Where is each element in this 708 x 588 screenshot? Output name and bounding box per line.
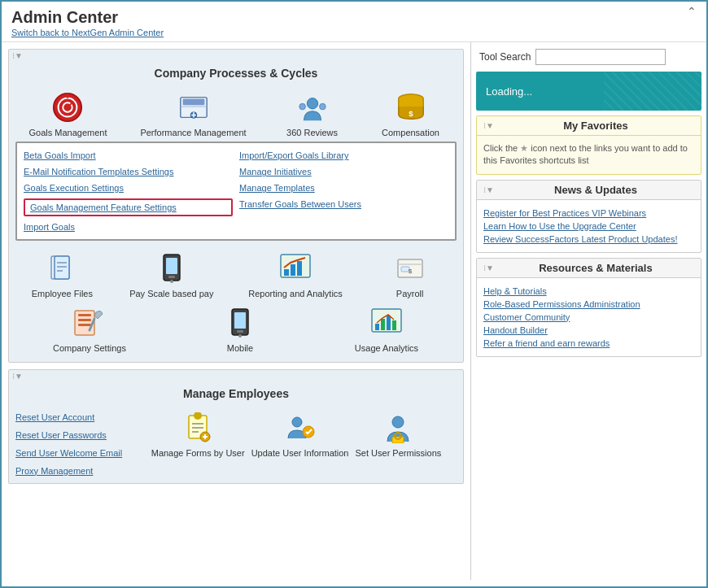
- set-permissions-icon-item[interactable]: Set User Permissions: [356, 412, 442, 477]
- import-export-goals-link[interactable]: Import/Export Goals Library: [239, 150, 448, 161]
- manage-drag-handle[interactable]: ⁝▼: [9, 370, 463, 382]
- set-permissions-icon: [382, 412, 414, 444]
- resources-link-4[interactable]: Handout Builder: [483, 324, 694, 337]
- update-user-icon: [284, 412, 317, 444]
- resources-section: ⁝▼ Resources & Materials Help & Tutorial…: [476, 258, 701, 357]
- transfer-goals-link[interactable]: Transfer Goals Between Users: [239, 198, 448, 210]
- compensation-label: Compensation: [382, 127, 439, 138]
- mobile-icon: [224, 307, 256, 339]
- usage-analytics-icon-item[interactable]: Usage Analytics: [354, 307, 419, 354]
- goals-dropdown-menu: Beta Goals Import E-Mail Notification Te…: [15, 142, 457, 241]
- import-goals-link[interactable]: Import Goals: [24, 221, 233, 233]
- reporting-analytics-icon: [279, 252, 312, 285]
- manage-icons-row: Manage Forms by User: [136, 412, 457, 477]
- resources-link-2[interactable]: Role-Based Permissions Administration: [483, 298, 694, 311]
- svg-point-13: [299, 103, 305, 110]
- reporting-analytics-label: Reporting and Analytics: [248, 288, 343, 299]
- top-icons-row: Goals Management: [9, 85, 463, 142]
- resources-drag-icon: ⁝▼: [483, 264, 494, 272]
- usage-analytics-icon: [370, 307, 403, 339]
- svg-rect-45: [381, 319, 385, 330]
- dropdown-right-col: Import/Export Goals Library Manage Initi…: [239, 150, 448, 233]
- pay-scale-label: Pay Scale based pay: [129, 288, 213, 299]
- collapse-chevron[interactable]: ⌃: [687, 5, 697, 18]
- resources-link-3[interactable]: Customer Community: [483, 311, 694, 324]
- drag-dots-icon: ⁝▼: [12, 51, 23, 60]
- manage-forms-icon-item[interactable]: Manage Forms by User: [151, 412, 245, 477]
- goals-management-icon-item[interactable]: Goals Management: [28, 91, 107, 138]
- svg-rect-29: [297, 261, 302, 276]
- favorites-description: Click the ★ icon next to the links you w…: [483, 143, 688, 165]
- send-welcome-email-link[interactable]: Send User Welcome Email: [15, 447, 129, 459]
- manage-employees-title: Manage Employees: [9, 382, 463, 405]
- svg-point-25: [170, 280, 173, 283]
- resources-link-1[interactable]: Help & Tutorials: [483, 285, 694, 298]
- star-icon: ★: [520, 143, 528, 153]
- resources-link-5[interactable]: Refer a friend and earn rewards: [483, 337, 694, 350]
- proxy-management-link[interactable]: Proxy Management: [15, 465, 129, 477]
- svg-text:$: $: [408, 268, 412, 275]
- goals-execution-link[interactable]: Goals Execution Settings: [24, 182, 233, 194]
- news-link-2[interactable]: Learn How to Use the Upgrade Center: [483, 220, 694, 233]
- 360-reviews-icon-item[interactable]: 360 Reviews: [280, 91, 345, 138]
- set-permissions-label: Set User Permissions: [356, 447, 442, 459]
- tool-search-input[interactable]: [535, 49, 666, 65]
- beta-goals-import-link[interactable]: Beta Goals Import: [24, 150, 233, 161]
- payroll-icon-item[interactable]: $ Payroll: [378, 252, 443, 299]
- payroll-icon: $: [394, 252, 426, 285]
- my-favorites-section: ⁝▼ My Favorites Click the ★ icon next to…: [476, 115, 701, 175]
- email-notification-link[interactable]: E-Mail Notification Templates Settings: [24, 166, 233, 177]
- my-favorites-header: ⁝▼ My Favorites: [477, 116, 701, 136]
- section-drag-handle[interactable]: ⁝▼: [9, 50, 463, 62]
- news-updates-section: ⁝▼ News & Updates Register for Best Prac…: [476, 180, 701, 253]
- svg-rect-46: [387, 316, 391, 330]
- reset-user-account-link[interactable]: Reset User Account: [15, 412, 129, 423]
- reporting-analytics-icon-item[interactable]: Reporting and Analytics: [248, 252, 343, 299]
- payroll-label: Payroll: [396, 288, 424, 299]
- svg-rect-36: [78, 319, 91, 321]
- compensation-icon-item[interactable]: $ Compensation: [378, 91, 444, 138]
- compensation-icon: $: [395, 91, 427, 124]
- manage-initiatives-link[interactable]: Manage Initiatives: [239, 166, 448, 177]
- goals-management-feature-link[interactable]: Goals Management Feature Settings: [24, 198, 233, 216]
- mobile-icon-item[interactable]: Mobile: [208, 307, 273, 354]
- news-link-3[interactable]: Review SuccessFactors Latest Product Upd…: [483, 233, 694, 246]
- manage-forms-label: Manage Forms by User: [151, 447, 245, 459]
- svg-rect-18: [55, 256, 69, 279]
- performance-management-icon-item[interactable]: Performance Management: [140, 91, 246, 138]
- svg-point-42: [238, 334, 242, 338]
- mobile-label: Mobile: [227, 342, 253, 354]
- update-user-icon-item[interactable]: Update User Information: [251, 412, 349, 477]
- resources-body: Help & Tutorials Role-Based Permissions …: [477, 278, 701, 356]
- reset-user-passwords-link[interactable]: Reset User Passwords: [15, 429, 129, 441]
- manage-templates-link[interactable]: Manage Templates: [239, 182, 448, 194]
- svg-rect-37: [78, 324, 91, 326]
- employee-files-label: Employee Files: [32, 288, 93, 299]
- pay-scale-icon-item[interactable]: Pay Scale based pay: [129, 252, 213, 299]
- switch-link[interactable]: Switch back to NextGen Admin Center: [11, 28, 164, 37]
- svg-point-58: [392, 416, 404, 428]
- employee-files-icon-item[interactable]: Employee Files: [29, 252, 94, 299]
- news-link-1[interactable]: Register for Best Practices VIP Webinars: [483, 207, 694, 220]
- page-title: Admin Center: [11, 8, 697, 27]
- left-panel: ⁝▼ Company Processes & Cycles: [2, 42, 470, 580]
- favorites-drag-icon: ⁝▼: [483, 121, 494, 130]
- manage-drag-dots-icon: ⁝▼: [12, 372, 23, 381]
- bottom-icons-row: Employee Files Pay Scale based pay: [9, 247, 463, 306]
- tool-search-label: Tool Search: [479, 51, 531, 63]
- news-updates-title: News & Updates: [497, 184, 694, 196]
- performance-management-icon: [177, 91, 210, 124]
- resources-header: ⁝▼ Resources & Materials: [477, 259, 701, 278]
- svg-rect-24: [168, 276, 175, 278]
- dropdown-left-col: Beta Goals Import E-Mail Notification Te…: [24, 150, 233, 233]
- news-drag-icon: ⁝▼: [483, 185, 494, 194]
- svg-point-12: [307, 98, 317, 109]
- employee-files-icon: [46, 252, 78, 285]
- manage-employees-section: ⁝▼ Manage Employees Reset User Account R…: [8, 369, 464, 484]
- company-settings-icon-item[interactable]: Company Settings: [53, 307, 126, 354]
- loading-banner: Loading...: [476, 72, 701, 111]
- performance-management-label: Performance Management: [140, 127, 246, 138]
- svg-rect-23: [166, 258, 177, 274]
- svg-rect-41: [237, 330, 243, 333]
- svg-point-56: [292, 417, 302, 427]
